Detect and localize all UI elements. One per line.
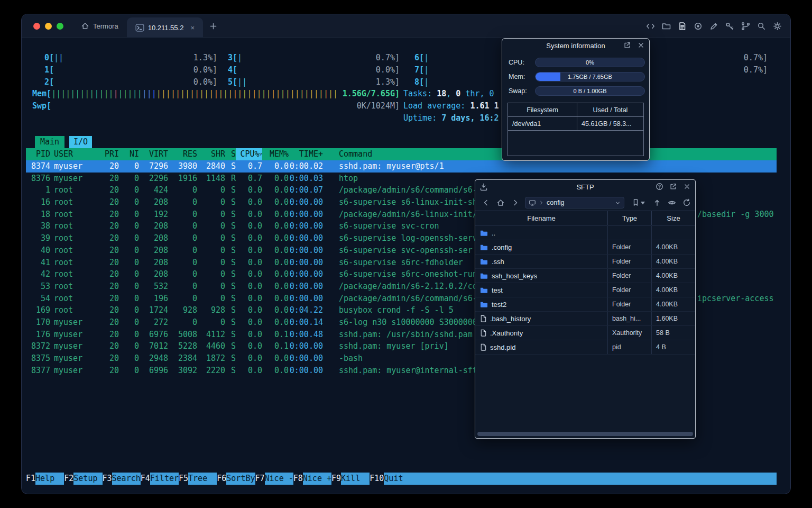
home-icon[interactable] xyxy=(496,198,505,207)
header-cpu-sorted[interactable]: CPU%▽ xyxy=(236,148,262,160)
download-icon[interactable] xyxy=(479,183,488,191)
function-key-button[interactable]: F6SortBy xyxy=(217,473,255,485)
file-type-cell: Folder xyxy=(607,255,651,268)
zoom-window-button[interactable] xyxy=(57,23,63,30)
function-key-button[interactable]: F8Nice + xyxy=(293,473,331,485)
close-window-button[interactable] xyxy=(33,23,40,30)
function-key-button[interactable]: F9Kill xyxy=(331,473,370,485)
scrollbar-thumb[interactable] xyxy=(477,432,693,436)
cell-ni: 0 xyxy=(119,316,139,329)
header-shr[interactable]: SHR xyxy=(197,148,225,160)
back-icon[interactable] xyxy=(482,198,490,207)
log-button[interactable] xyxy=(677,21,687,31)
cell-virt: 2296 xyxy=(139,173,168,185)
cpu-meter-3: 3[| 0.7%] xyxy=(228,52,400,64)
horizontal-scrollbar[interactable] xyxy=(477,432,693,436)
memory-meter: Mem[||||||||||||||||||||||||||||||||||||… xyxy=(32,88,400,100)
sftp-file-row[interactable]: .ssh Folder 4.00KB xyxy=(475,255,695,269)
mem-progress-bar: 1.75GB / 7.65GB xyxy=(535,72,645,81)
parent-directory-icon[interactable] xyxy=(653,198,661,207)
header-state[interactable]: S xyxy=(225,148,236,160)
cell-user: root xyxy=(50,232,103,244)
sftp-titlebar[interactable]: SFTP xyxy=(475,180,695,194)
header-user[interactable]: USER xyxy=(50,148,103,160)
search-button[interactable] xyxy=(756,21,766,31)
header-pri[interactable]: PRI xyxy=(103,148,119,160)
load-average: Load average: 1.61 1 xyxy=(403,100,499,112)
function-key-button[interactable]: F4Filter xyxy=(141,473,179,485)
header-pid[interactable]: PID xyxy=(26,148,50,160)
bookmark-icon[interactable] xyxy=(632,198,640,206)
port-forwarding-button[interactable] xyxy=(741,21,750,31)
function-key-button[interactable]: F3Search xyxy=(103,473,141,485)
cell-state: S xyxy=(225,184,236,196)
new-tab-button[interactable] xyxy=(203,14,224,38)
show-hidden-files-icon[interactable] xyxy=(668,198,676,207)
cell-user: root xyxy=(50,257,103,269)
header-filename[interactable]: Filename xyxy=(475,211,607,225)
folder-button[interactable] xyxy=(661,21,671,31)
function-key-button[interactable]: F1Help xyxy=(26,473,64,485)
record-button[interactable] xyxy=(693,21,703,31)
sftp-file-row[interactable]: sshd.pid pid 4 B xyxy=(475,340,695,355)
close-icon[interactable] xyxy=(637,41,645,49)
function-key-button[interactable]: F2Setup xyxy=(64,473,102,485)
cell-cpu: 0.0 xyxy=(236,352,262,365)
sftp-file-row[interactable]: .bash_history bash_hi... 1.60KB xyxy=(475,312,695,326)
header-virt[interactable]: VIRT xyxy=(139,148,168,160)
header-type[interactable]: Type xyxy=(607,211,651,225)
fkey-label: Filter xyxy=(150,473,179,485)
function-key-button[interactable]: F10Quit xyxy=(370,473,403,485)
system-info-titlebar[interactable]: System information xyxy=(502,39,649,52)
header-res[interactable]: RES xyxy=(168,148,197,160)
sftp-file-row[interactable]: .. xyxy=(475,226,695,240)
sftp-file-row[interactable]: test2 Folder 4.00KB xyxy=(475,297,695,312)
sftp-file-row[interactable]: test Folder 4.00KB xyxy=(475,283,695,297)
cell-state: S xyxy=(225,160,236,173)
sftp-file-row[interactable]: .Xauthority Xauthority 58 B xyxy=(475,326,695,340)
process-row[interactable]: 8374 myuser 20 0 7296 3980 2840 S 0.7 0.… xyxy=(26,160,777,173)
cell-pid: 42 xyxy=(26,268,50,280)
cell-ni: 0 xyxy=(119,304,139,316)
file-name: .ssh xyxy=(492,258,504,266)
forward-icon[interactable] xyxy=(511,198,520,207)
mem-label: Mem: xyxy=(509,72,525,81)
header-ni[interactable]: NI xyxy=(119,148,139,160)
bookmark-caret-icon[interactable] xyxy=(641,202,645,205)
refresh-icon[interactable] xyxy=(682,198,691,207)
path-breadcrumb[interactable]: config xyxy=(525,197,624,208)
fkey-label: Nice - xyxy=(265,473,293,485)
tab-close-icon[interactable]: × xyxy=(190,24,195,32)
open-in-window-icon[interactable] xyxy=(669,183,677,190)
help-icon[interactable] xyxy=(656,183,663,190)
minimize-window-button[interactable] xyxy=(45,23,52,30)
cell-user: myuser xyxy=(50,160,103,173)
htop-tab-main[interactable]: Main xyxy=(35,136,64,148)
tab-home[interactable]: Termora xyxy=(72,14,127,38)
tab-session[interactable]: 10.211.55.2 × xyxy=(127,17,203,38)
cell-virt: 208 xyxy=(139,196,168,208)
header-size[interactable]: Size xyxy=(651,211,695,225)
chevron-down-icon[interactable] xyxy=(615,200,621,206)
settings-button[interactable] xyxy=(772,21,782,31)
header-mem[interactable]: MEM% xyxy=(262,148,289,160)
open-in-window-icon[interactable] xyxy=(623,41,631,49)
header-time[interactable]: TIME+ xyxy=(289,148,323,160)
cell-time: 0:00.07 xyxy=(289,184,323,196)
function-key-button[interactable]: F5Tree xyxy=(179,473,217,485)
function-key-button[interactable]: F7Nice - xyxy=(255,473,293,485)
sftp-panel: SFTP config xyxy=(475,179,696,439)
sftp-file-row[interactable]: ssh_host_keys Folder 4.00KB xyxy=(475,269,695,283)
titlebar: Termora 10.211.55.2 × xyxy=(22,14,790,38)
close-icon[interactable] xyxy=(683,183,691,190)
edit-button[interactable] xyxy=(709,21,718,31)
sftp-file-row[interactable]: .config Folder 4.00KB xyxy=(475,240,695,255)
file-type-cell: Folder xyxy=(607,269,651,283)
code-button[interactable] xyxy=(645,21,655,31)
cell-pri: 20 xyxy=(103,232,119,244)
cell-res: 3980 xyxy=(168,160,197,173)
cell-user: root xyxy=(50,304,103,316)
filesystem-row[interactable]: /dev/vda1 45.61GB / 58.3... xyxy=(508,117,643,131)
key-button[interactable] xyxy=(725,21,734,31)
htop-tab-io[interactable]: I/O xyxy=(69,136,92,148)
